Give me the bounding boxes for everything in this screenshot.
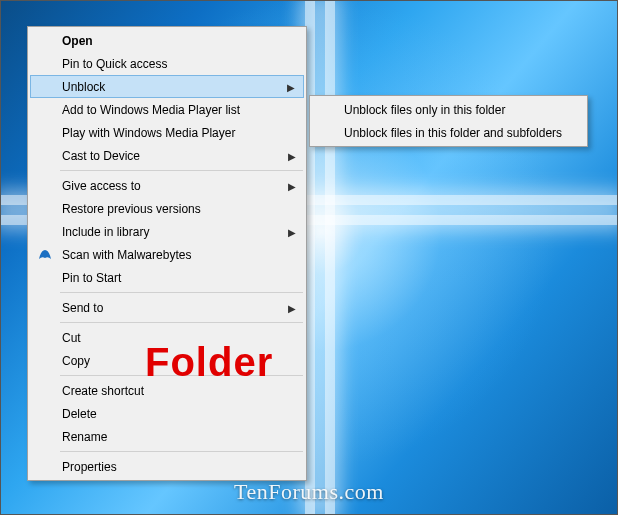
menu-separator <box>60 170 303 171</box>
annotation-label: Folder <box>145 340 273 385</box>
menu-item-label: Add to Windows Media Player list <box>62 103 240 117</box>
menu-item-label: Cast to Device <box>62 149 140 163</box>
menu-item-pin-to-start[interactable]: Pin to Start <box>30 266 304 289</box>
submenu-item-unblock-this-folder[interactable]: Unblock files only in this folder <box>312 98 585 121</box>
submenu-arrow-icon: ▶ <box>288 226 296 237</box>
menu-item-label: Pin to Start <box>62 271 121 285</box>
menu-item-label: Cut <box>62 331 81 345</box>
submenu-arrow-icon: ▶ <box>287 81 295 92</box>
submenu-item-unblock-subfolders[interactable]: Unblock files in this folder and subfold… <box>312 121 585 144</box>
menu-item-label: Properties <box>62 460 117 474</box>
menu-item-label: Pin to Quick access <box>62 57 167 71</box>
menu-item-label: Include in library <box>62 225 149 239</box>
menu-item-label: Create shortcut <box>62 384 144 398</box>
menu-item-restore-previous-versions[interactable]: Restore previous versions <box>30 197 304 220</box>
menu-item-label: Open <box>62 34 93 48</box>
menu-item-label: Rename <box>62 430 107 444</box>
menu-item-delete[interactable]: Delete <box>30 402 304 425</box>
desktop-background: Open Pin to Quick access Unblock ▶ Add t… <box>0 0 618 515</box>
menu-item-label: Send to <box>62 301 103 315</box>
menu-item-label: Give access to <box>62 179 141 193</box>
submenu-arrow-icon: ▶ <box>288 150 296 161</box>
menu-item-open[interactable]: Open <box>30 29 304 52</box>
menu-item-label: Scan with Malwarebytes <box>62 248 191 262</box>
menu-item-label: Copy <box>62 354 90 368</box>
submenu-arrow-icon: ▶ <box>288 302 296 313</box>
menu-item-add-wmp-list[interactable]: Add to Windows Media Player list <box>30 98 304 121</box>
malwarebytes-icon <box>37 247 53 263</box>
menu-item-label: Unblock <box>62 80 105 94</box>
context-menu: Open Pin to Quick access Unblock ▶ Add t… <box>27 26 307 481</box>
menu-separator <box>60 292 303 293</box>
menu-item-label: Unblock files only in this folder <box>344 103 505 117</box>
submenu-arrow-icon: ▶ <box>288 180 296 191</box>
menu-item-pin-quick-access[interactable]: Pin to Quick access <box>30 52 304 75</box>
menu-item-send-to[interactable]: Send to ▶ <box>30 296 304 319</box>
menu-item-give-access-to[interactable]: Give access to ▶ <box>30 174 304 197</box>
menu-item-label: Unblock files in this folder and subfold… <box>344 126 562 140</box>
menu-separator <box>60 451 303 452</box>
context-submenu-unblock: Unblock files only in this folder Unbloc… <box>309 95 588 147</box>
menu-item-include-in-library[interactable]: Include in library ▶ <box>30 220 304 243</box>
menu-item-rename[interactable]: Rename <box>30 425 304 448</box>
menu-item-properties[interactable]: Properties <box>30 455 304 478</box>
menu-item-cast-to-device[interactable]: Cast to Device ▶ <box>30 144 304 167</box>
menu-item-play-wmp[interactable]: Play with Windows Media Player <box>30 121 304 144</box>
light-beam <box>325 0 335 515</box>
menu-item-label: Restore previous versions <box>62 202 201 216</box>
watermark-text: TenForums.com <box>234 479 384 505</box>
menu-item-label: Play with Windows Media Player <box>62 126 235 140</box>
menu-item-scan-malwarebytes[interactable]: Scan with Malwarebytes <box>30 243 304 266</box>
menu-separator <box>60 322 303 323</box>
menu-item-label: Delete <box>62 407 97 421</box>
menu-item-unblock[interactable]: Unblock ▶ <box>30 75 304 98</box>
